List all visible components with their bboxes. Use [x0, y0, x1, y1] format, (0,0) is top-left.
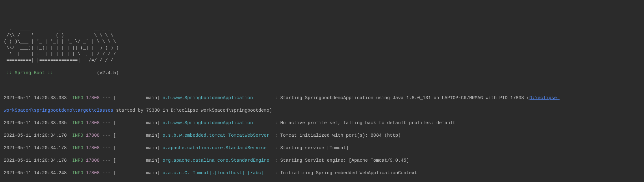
- log-line-2: 2021-05-11 14:20:33.335 INFO 17808 --- […: [4, 120, 640, 126]
- log-line-1b: workSpace4\springbootdemo\target\classes…: [4, 107, 640, 114]
- log-console: . ____ _ __ _ _ /\\ / ___'_ __ _ _(_)_ _…: [0, 13, 644, 182]
- log-line-5: 2021-05-11 14:20:34.178 INFO 17808 --- […: [4, 157, 640, 164]
- log-path-link[interactable]: D:\eclipse: [530, 95, 560, 100]
- log-line-1: 2021-05-11 14:20:33.333 INFO 17808 --- […: [4, 95, 640, 101]
- banner-spring-line: :: Spring Boot :: (v2.4.5): [4, 70, 640, 76]
- log-line-3: 2021-05-11 14:20:34.170 INFO 17808 --- […: [4, 132, 640, 139]
- banner-ascii: . ____ _ __ _ _ /\\ / ___'_ __ _ _(_)_ _…: [4, 26, 640, 63]
- log-line-4: 2021-05-11 14:20:34.178 INFO 17808 --- […: [4, 145, 640, 151]
- log-path-link-2[interactable]: workSpace4\springbootdemo\target\classes: [4, 108, 113, 113]
- blank-line: [4, 82, 640, 88]
- log-line-6: 2021-05-11 14:20:34.248 INFO 17808 --- […: [4, 170, 640, 176]
